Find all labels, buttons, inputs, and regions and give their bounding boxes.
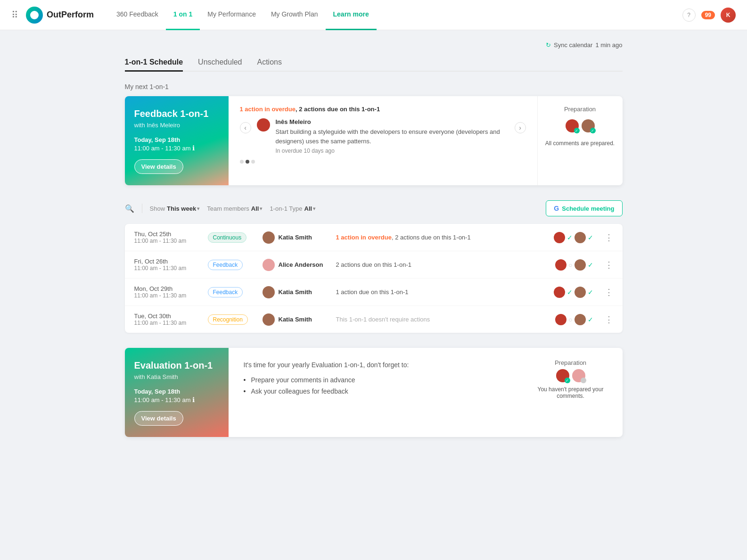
mini-check-3a: ✓ <box>567 288 573 296</box>
row-date-1: Thu, Oct 25th 11:00 am - 11:30 am <box>134 231 200 244</box>
next-card-time: 11:00 am - 11:30 am ℹ <box>134 144 219 152</box>
table-row: Tue, Oct 30th 11:00 am - 11:30 am Recogn… <box>125 306 623 333</box>
prep-text: All comments are prepared. <box>545 140 615 147</box>
action-status: In overdue 10 days ago <box>276 148 509 154</box>
bottom-card-list: Prepare your comments in advance Ask you… <box>244 376 504 395</box>
bottom-card-left: Evaluation 1-on-1 with Katia Smith Today… <box>125 348 229 437</box>
bottom-card-subtitle: with Katia Smith <box>134 373 219 380</box>
prep-avatars: ✓ ✓ <box>566 119 595 132</box>
dot-1[interactable] <box>240 160 244 164</box>
row-person-4: Katia Smith <box>263 313 328 326</box>
nav-link-1on1[interactable]: 1 on 1 <box>166 0 200 30</box>
filter-show: Show This week ▾ <box>150 205 200 212</box>
row-date-2: Fri, Oct 26th 11:00 am - 11:30 am <box>134 258 200 272</box>
mini-check-3b: ✓ <box>588 288 593 296</box>
team-chevron-icon: ▾ <box>260 206 262 211</box>
action-row: ‹ Inês Meleiro Start building a stylegui… <box>240 118 526 154</box>
next-card-date: Today, Sep 18th <box>134 136 219 143</box>
next-card-middle: 1 action in overdue, 2 actions due on th… <box>229 96 538 185</box>
nav-link-my-performance[interactable]: My Performance <box>200 0 263 30</box>
bottom-card-right: Preparation ✓ You haven't prepared your … <box>519 348 623 437</box>
nav-link-learn-more[interactable]: Learn more <box>326 0 377 30</box>
type-value[interactable]: All ▾ <box>304 205 316 212</box>
next-arrow[interactable]: › <box>515 122 526 133</box>
row-badge-3: Feedback <box>208 287 255 297</box>
nav-link-360-feedback[interactable]: 360 Feedback <box>109 0 166 30</box>
search-icon[interactable]: 🔍 <box>125 204 134 213</box>
logo-text: OutPerform <box>47 10 94 20</box>
team-value[interactable]: All ▾ <box>251 205 263 212</box>
page-tabs: 1-on-1 Schedule Unscheduled Actions <box>125 54 623 72</box>
next-card-right: Preparation ✓ ✓ All comments are prepare… <box>538 96 623 185</box>
grid-icon[interactable]: ⠿ <box>11 9 18 21</box>
dot-2[interactable] <box>246 160 249 164</box>
nav-link-my-growth-plan[interactable]: My Growth Plan <box>263 0 326 30</box>
bottom-card-title: Evaluation 1-on-1 <box>134 359 219 371</box>
type-chevron-icon: ▾ <box>313 206 315 211</box>
person-avatar-3 <box>263 286 275 298</box>
mini-check-1a: ✓ <box>567 234 573 241</box>
show-value[interactable]: This week ▾ <box>167 205 199 212</box>
table-row: Thu, Oct 25th 11:00 am - 11:30 am Contin… <box>125 224 623 251</box>
logo[interactable]: OutPerform <box>26 7 94 24</box>
mini-avatar-3b <box>575 287 586 298</box>
user-avatar[interactable]: K <box>721 8 736 23</box>
dot-3[interactable] <box>251 160 255 164</box>
mini-avatar-4a <box>555 314 566 325</box>
tab-unscheduled[interactable]: Unscheduled <box>198 54 242 72</box>
row-prep-4: ○ ✓ <box>555 314 593 325</box>
table-row: Fri, Oct 26th 11:00 am - 11:30 am Feedba… <box>125 251 623 279</box>
more-options-4[interactable]: ⋮ <box>605 314 613 325</box>
mini-avatar-3a <box>554 287 565 298</box>
notification-badge[interactable]: 99 <box>701 11 715 19</box>
google-icon: G <box>554 205 559 212</box>
bottom-view-details-button[interactable]: View details <box>134 411 183 426</box>
action-person-avatar <box>257 118 270 132</box>
mini-check-2b: ✓ <box>588 261 593 269</box>
more-options-3[interactable]: ⋮ <box>605 287 613 297</box>
prev-arrow[interactable]: ‹ <box>240 122 251 133</box>
mini-avatar-1b <box>575 232 586 243</box>
schedule-meeting-button[interactable]: G Schedule meeting <box>546 200 622 216</box>
badge-feedback-3: Feedback <box>208 287 243 297</box>
view-details-button[interactable]: View details <box>134 159 183 174</box>
sync-label[interactable]: Sync calendar <box>554 41 592 49</box>
help-button[interactable]: ? <box>682 8 696 22</box>
sync-icon: ↻ <box>546 41 551 49</box>
next-card-left: Feedback 1-on-1 with Inês Meleiro Today,… <box>125 96 229 185</box>
main-content: ↻ Sync calendar 1 min ago 1-on-1 Schedul… <box>110 30 638 448</box>
tab-schedule[interactable]: 1-on-1 Schedule <box>125 54 183 72</box>
next-card-title: Feedback 1-on-1 <box>134 107 219 120</box>
more-options-1[interactable]: ⋮ <box>605 232 613 243</box>
next-card: Feedback 1-on-1 with Inês Meleiro Today,… <box>125 96 623 185</box>
mini-empty-2a: ○ <box>568 261 572 269</box>
row-badge-2: Feedback <box>208 260 255 270</box>
filter-type: 1-on-1 Type All ▾ <box>270 205 315 212</box>
carousel-dots <box>240 160 526 164</box>
row-action-4: This 1-on-1 doesn't require actions <box>336 316 548 323</box>
sync-time: 1 min ago <box>595 41 622 49</box>
row-date-3: Mon, Oct 29th 11:00 am - 11:30 am <box>134 285 200 299</box>
prep-check-2: ✓ <box>590 128 596 133</box>
prep-title: Preparation <box>564 106 596 113</box>
filters-bar: 🔍 Show This week ▾ Team members All ▾ 1-… <box>125 200 623 216</box>
bottom-prep-empty-2 <box>581 378 586 383</box>
nav-links: 360 Feedback 1 on 1 My Performance My Gr… <box>109 0 682 30</box>
person-avatar-4 <box>263 313 275 326</box>
person-avatar-1 <box>263 231 275 244</box>
action-body: Inês Meleiro Start building a styleguide… <box>276 118 509 154</box>
more-options-2[interactable]: ⋮ <box>605 260 613 270</box>
bottom-prep-title: Preparation <box>555 359 586 366</box>
mini-avatar-2a <box>555 259 566 271</box>
bottom-card-middle: It's time for your yearly Evaluation 1-o… <box>229 348 519 437</box>
row-person-1: Katia Smith <box>263 231 328 244</box>
next-card-overdue-header: 1 action in overdue, 2 actions due on th… <box>240 106 526 113</box>
row-prep-2: ○ ✓ <box>555 259 593 271</box>
prep-check-1: ✓ <box>574 128 580 133</box>
prep-avatar-2: ✓ <box>582 119 595 132</box>
row-action-2: 2 actions due on this 1-on-1 <box>336 261 548 268</box>
row-prep-3: ✓ ✓ <box>554 287 593 298</box>
tab-actions[interactable]: Actions <box>257 54 281 72</box>
row-prep-1: ✓ ✓ <box>554 232 593 243</box>
mini-avatar-1a <box>554 232 565 243</box>
